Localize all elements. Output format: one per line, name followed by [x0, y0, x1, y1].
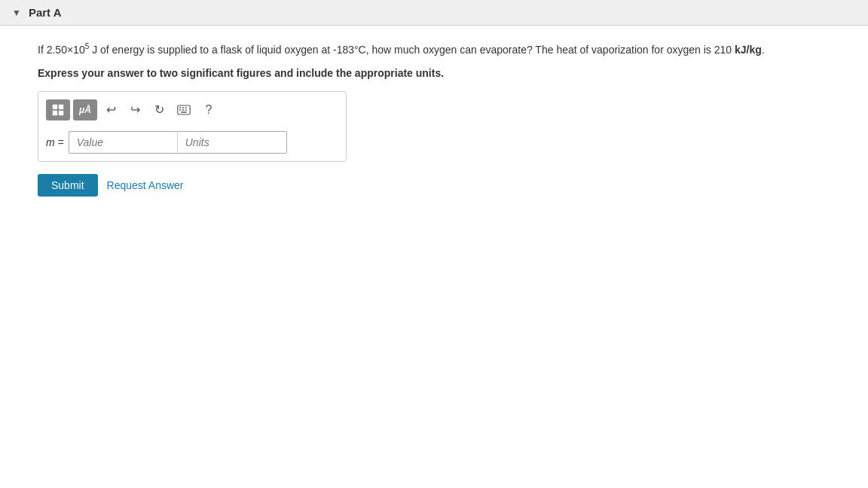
toolbar: μÅ ↩ ↪ ↻ ?: [46, 99, 338, 124]
variable-label: m =: [46, 136, 64, 148]
reset-button[interactable]: ↻: [148, 99, 170, 120]
unit-symbol-button[interactable]: μÅ: [73, 99, 97, 120]
content-area: If 2.50×105 J of energy is supplied to a…: [0, 26, 868, 212]
help-button[interactable]: ?: [198, 99, 219, 120]
unit-kjkg: kJ/kg: [735, 44, 762, 56]
svg-rect-3: [59, 111, 63, 115]
exponent: 5: [85, 42, 90, 50]
value-input[interactable]: [69, 131, 178, 154]
grid-button[interactable]: [46, 99, 70, 120]
question-text: If 2.50×105 J of energy is supplied to a…: [38, 41, 830, 58]
input-row: m =: [46, 131, 338, 154]
grid-icon: [51, 103, 65, 117]
collapse-icon[interactable]: ▼: [12, 8, 21, 18]
question-text-joule: J of energy is supplied to a flask of li…: [92, 44, 765, 56]
svg-rect-5: [179, 107, 181, 108]
answer-box: μÅ ↩ ↪ ↻ ?: [38, 91, 347, 162]
submit-button[interactable]: Submit: [38, 174, 98, 197]
svg-rect-7: [185, 107, 187, 108]
svg-rect-1: [59, 104, 63, 108]
part-title: Part A: [29, 6, 62, 19]
instruction-text: Express your answer to two significant f…: [38, 67, 830, 79]
part-header: ▼ Part A: [0, 0, 868, 26]
undo-button[interactable]: ↩: [100, 99, 121, 120]
svg-rect-6: [182, 107, 184, 108]
svg-rect-2: [53, 111, 57, 115]
svg-rect-11: [181, 111, 187, 113]
svg-rect-8: [179, 109, 181, 111]
svg-rect-10: [185, 109, 187, 111]
keyboard-icon: [177, 105, 191, 115]
request-answer-link[interactable]: Request Answer: [107, 179, 184, 191]
keyboard-button[interactable]: [173, 99, 195, 120]
redo-button[interactable]: ↪: [124, 99, 145, 120]
actions-row: Submit Request Answer: [38, 174, 830, 197]
svg-rect-0: [53, 104, 57, 108]
units-input[interactable]: [178, 131, 287, 154]
svg-rect-9: [182, 109, 184, 111]
